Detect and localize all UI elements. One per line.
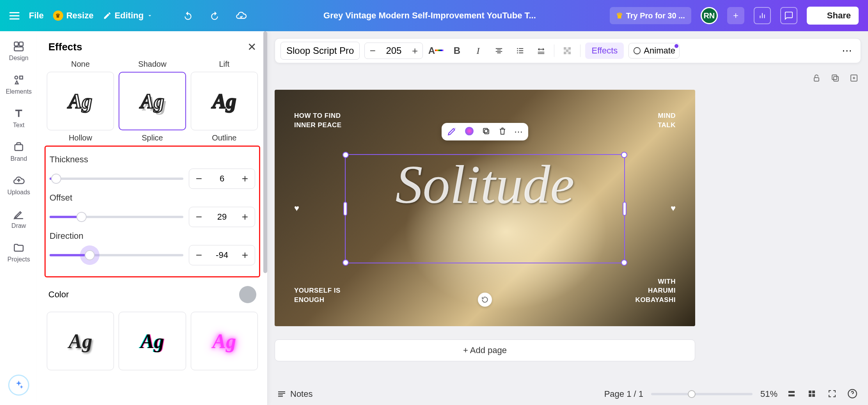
direction-slider[interactable] <box>50 249 183 261</box>
svg-rect-5 <box>15 145 23 151</box>
font-size-increase[interactable]: + <box>407 43 422 59</box>
offset-decrease[interactable]: − <box>189 207 209 227</box>
thickness-increase[interactable]: + <box>235 169 255 188</box>
canvas-text-tl[interactable]: HOW TO FIND INNER PEACE <box>294 111 342 130</box>
document-title[interactable]: Grey Vintage Modern Self-Improvement You… <box>259 11 600 21</box>
analytics-button[interactable] <box>754 7 771 24</box>
handle-w[interactable] <box>343 202 347 216</box>
rail-draw[interactable]: Draw <box>11 208 26 229</box>
redo-button[interactable] <box>206 7 223 24</box>
svg-rect-11 <box>568 47 571 50</box>
tile-view-icon[interactable] <box>806 389 818 400</box>
font-size-decrease[interactable]: − <box>365 43 380 59</box>
menu-icon[interactable] <box>9 12 20 20</box>
comment-button[interactable] <box>780 7 797 24</box>
new-page-icon[interactable] <box>849 73 859 84</box>
handle-se[interactable] <box>621 259 627 266</box>
svg-point-20 <box>465 127 474 135</box>
zoom-slider[interactable] <box>651 393 753 395</box>
effect-extra-2[interactable]: Ag <box>119 312 186 370</box>
rail-design[interactable]: Design <box>9 41 28 62</box>
canvas-text-br[interactable]: WITH HARUMI KOBAYASHI <box>635 277 676 305</box>
handle-e[interactable] <box>623 202 627 216</box>
file-menu[interactable]: File <box>29 11 44 21</box>
rail-uploads[interactable]: Uploads <box>7 175 30 196</box>
transparency-button[interactable] <box>559 43 575 59</box>
italic-button[interactable]: I <box>470 43 486 59</box>
footer-bar: Notes Page 1 / 1 51% <box>268 383 868 405</box>
canvas-text-bl[interactable]: YOURSELF IS ENOUGH <box>294 286 341 305</box>
upload-icon <box>815 11 823 20</box>
magic-button[interactable] <box>8 375 29 396</box>
handle-nw[interactable] <box>343 152 349 158</box>
thickness-decrease[interactable]: − <box>189 169 209 188</box>
color-edit-icon[interactable] <box>464 126 474 137</box>
duplicate-icon[interactable] <box>481 126 491 137</box>
color-swatch[interactable] <box>239 286 256 303</box>
copy-icon[interactable] <box>831 73 840 84</box>
offset-stepper: − 29 + <box>189 207 255 227</box>
canvas-area: Sloop Script Pro − 205 + A B I Effects A… <box>268 31 868 383</box>
spacing-button[interactable] <box>533 43 549 59</box>
effect-outline[interactable]: Ag <box>191 72 258 130</box>
offset-slider[interactable] <box>50 211 183 223</box>
font-picker[interactable]: Sloop Script Pro <box>280 42 360 60</box>
help-icon[interactable] <box>846 389 859 400</box>
fullscreen-icon[interactable] <box>826 389 838 400</box>
user-avatar[interactable]: RN <box>701 7 718 24</box>
text-color-button[interactable]: A <box>428 43 444 59</box>
heart-right-icon[interactable]: ♥ <box>671 203 676 213</box>
handle-ne[interactable] <box>621 152 627 158</box>
rail-projects[interactable]: Projects <box>7 242 30 263</box>
direction-increase[interactable]: + <box>235 245 255 265</box>
direction-label: Direction <box>50 231 255 241</box>
rail-elements[interactable]: Elements <box>6 74 32 95</box>
lock-icon[interactable] <box>812 73 821 84</box>
rail-text[interactable]: Text <box>13 108 25 129</box>
offset-increase[interactable]: + <box>235 207 255 227</box>
notes-button[interactable]: Notes <box>277 389 312 399</box>
bold-button[interactable]: B <box>449 43 465 59</box>
rotate-handle[interactable] <box>478 293 492 307</box>
undo-button[interactable] <box>179 7 197 24</box>
font-size-value[interactable]: 205 <box>380 45 407 56</box>
effect-splice[interactable]: Ag <box>119 72 186 130</box>
animate-button[interactable]: Animate <box>628 43 680 59</box>
align-button[interactable] <box>491 43 507 59</box>
add-page-button[interactable]: + Add page <box>275 339 695 361</box>
svg-rect-21 <box>485 130 489 134</box>
add-member-button[interactable] <box>727 7 744 24</box>
close-panel-button[interactable]: ✕ <box>247 41 256 53</box>
delete-icon[interactable] <box>498 126 507 137</box>
thickness-value[interactable]: 6 <box>209 174 235 184</box>
magic-edit-icon[interactable] <box>447 126 457 137</box>
try-pro-button[interactable]: ♛ Try Pro for 30 ... <box>610 7 691 24</box>
resize-button[interactable]: ♛ Resize <box>53 11 94 21</box>
more-icon[interactable]: ⋯ <box>514 127 523 137</box>
svg-rect-2 <box>14 47 23 51</box>
more-options-button[interactable]: ⋯ <box>839 45 855 57</box>
panel-scrollbar[interactable] <box>263 31 267 405</box>
zoom-value: 51% <box>760 389 777 399</box>
thickness-slider[interactable] <box>50 173 183 185</box>
rail-brand[interactable]: Brand <box>11 141 27 162</box>
handle-sw[interactable] <box>343 259 349 266</box>
direction-value[interactable]: -94 <box>209 250 235 260</box>
heart-left-icon[interactable]: ♥ <box>294 203 299 213</box>
design-canvas[interactable]: HOW TO FIND INNER PEACE MIND TALK YOURSE… <box>275 90 695 326</box>
effect-extra-1[interactable]: Ag <box>47 312 114 370</box>
grid-view-icon[interactable] <box>785 389 798 400</box>
canvas-text-tr[interactable]: MIND TALK <box>658 111 676 130</box>
effect-hollow[interactable]: Ag <box>47 72 114 130</box>
offset-value[interactable]: 29 <box>209 212 235 222</box>
page-indicator[interactable]: Page 1 / 1 <box>604 389 643 399</box>
editing-dropdown[interactable]: Editing <box>103 11 153 21</box>
cloud-sync-icon[interactable] <box>233 7 250 24</box>
list-button[interactable] <box>512 43 528 59</box>
svg-rect-0 <box>14 42 18 46</box>
effect-extra-3[interactable]: Ag <box>191 312 258 370</box>
direction-decrease[interactable]: − <box>189 245 209 265</box>
share-button[interactable]: Share <box>807 7 859 25</box>
selection-box[interactable] <box>345 154 625 263</box>
effects-toolbar-button[interactable]: Effects <box>585 43 624 59</box>
